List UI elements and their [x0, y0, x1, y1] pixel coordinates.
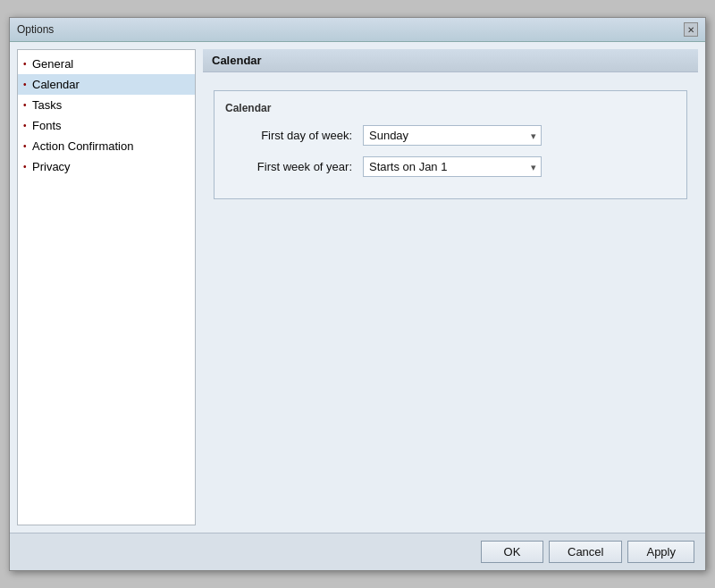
first-week-row: First week of year: Starts on Jan 1 Firs…	[229, 156, 672, 177]
content-area: Calendar First day of week: Sunday Monda…	[203, 80, 698, 525]
title-bar: Options ✕	[10, 18, 705, 42]
footer: OK Cancel Apply	[10, 533, 705, 570]
sidebar-item-general[interactable]: General	[18, 54, 195, 74]
ok-button[interactable]: OK	[481, 541, 543, 563]
sidebar: General Calendar Tasks Fonts Action Conf…	[17, 49, 196, 525]
apply-button[interactable]: Apply	[627, 541, 694, 563]
first-day-label: First day of week:	[229, 129, 363, 142]
sidebar-item-tasks[interactable]: Tasks	[18, 95, 195, 115]
first-week-select-wrapper: Starts on Jan 1 First 4-day week First f…	[363, 156, 542, 177]
sidebar-item-label: Privacy	[32, 160, 71, 173]
close-button[interactable]: ✕	[684, 22, 698, 37]
sidebar-item-label: Action Confirmation	[32, 139, 133, 153]
main-content: Calendar Calendar First day of week: Sun…	[203, 49, 698, 525]
first-day-of-week-select[interactable]: Sunday Monday Saturday	[363, 125, 542, 146]
sidebar-item-privacy[interactable]: Privacy	[18, 156, 195, 177]
sidebar-item-label: Fonts	[32, 119, 62, 132]
cancel-button[interactable]: Cancel	[549, 541, 622, 563]
first-week-of-year-select[interactable]: Starts on Jan 1 First 4-day week First f…	[363, 156, 542, 177]
group-legend: Calendar	[225, 102, 672, 114]
sidebar-item-label: Calendar	[32, 78, 80, 91]
window-title: Options	[17, 23, 54, 36]
calendar-group: Calendar First day of week: Sunday Monda…	[214, 90, 687, 199]
first-week-label: First week of year:	[229, 160, 363, 173]
options-window: Options ✕ General Calendar Tasks Fonts A…	[9, 17, 706, 571]
first-day-select-wrapper: Sunday Monday Saturday	[363, 125, 542, 146]
sidebar-item-fonts[interactable]: Fonts	[18, 115, 195, 136]
sidebar-item-action-confirmation[interactable]: Action Confirmation	[18, 136, 195, 156]
first-day-row: First day of week: Sunday Monday Saturda…	[229, 125, 672, 146]
sidebar-item-label: Tasks	[32, 98, 62, 112]
section-header: Calendar	[203, 49, 698, 72]
sidebar-item-calendar[interactable]: Calendar	[18, 74, 195, 95]
window-body: General Calendar Tasks Fonts Action Conf…	[10, 42, 705, 533]
sidebar-item-label: General	[32, 57, 73, 71]
